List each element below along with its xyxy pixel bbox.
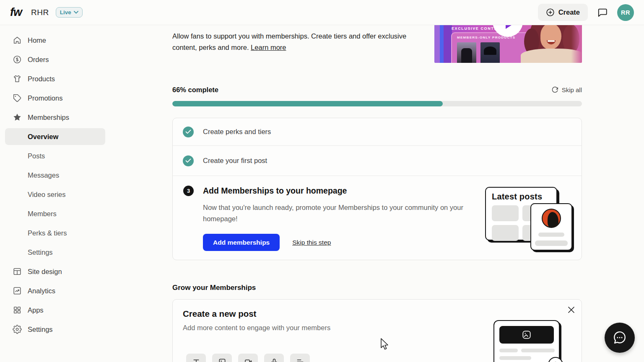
sidebar-item-settings[interactable]: Settings — [0, 320, 109, 339]
illustration-text-line — [521, 349, 555, 352]
sidebar-item-posts[interactable]: Posts — [0, 146, 109, 165]
sidebar-item-membership-settings[interactable]: Settings — [0, 243, 109, 262]
chat-bubble-icon — [612, 330, 627, 345]
poll-post-icon — [296, 358, 304, 362]
sidebar-label: Site design — [28, 268, 62, 276]
plus-circle-icon — [546, 8, 555, 17]
intro-text: Allow fans to support you with membershi… — [172, 32, 406, 51]
top-bar: fw RHR Live Create RR — [0, 0, 644, 25]
sidebar-item-messages[interactable]: Messages — [0, 165, 109, 185]
add-memberships-button[interactable]: Add memberships — [203, 234, 280, 251]
sidebar-label: Posts — [28, 152, 45, 160]
sidebar-item-promotions[interactable]: Promotions — [0, 88, 109, 108]
refresh-icon — [551, 86, 558, 93]
settings-gear-icon — [13, 325, 22, 334]
sidebar-item-analytics[interactable]: Analytics — [0, 281, 109, 300]
checklist-item-label: Create perks and tiers — [203, 128, 271, 136]
illustration-title: Latest posts — [492, 192, 551, 202]
sidebar-label: Settings — [28, 326, 53, 334]
illustration-media-block — [499, 326, 554, 344]
products-tshirt-icon — [13, 74, 22, 83]
post-type-text-button[interactable] — [186, 354, 206, 362]
learn-more-link[interactable]: Learn more — [251, 44, 286, 51]
fourthwall-logo[interactable]: fw — [10, 6, 22, 19]
image-placeholder-icon — [521, 329, 532, 340]
video-post-icon — [244, 358, 252, 362]
analytics-icon — [13, 286, 22, 295]
sidebar-item-site-design[interactable]: Site design — [0, 262, 109, 281]
store-name: RHR — [31, 8, 49, 17]
sidebar-item-memberships[interactable]: Memberships — [0, 108, 109, 127]
close-icon — [568, 306, 575, 313]
feedback-chat-icon[interactable] — [597, 7, 608, 18]
close-card-button[interactable] — [565, 304, 577, 315]
post-type-poll-button[interactable] — [290, 354, 310, 362]
sidebar-item-products[interactable]: Products — [0, 69, 109, 88]
audio-post-icon — [270, 358, 278, 362]
banner-product-thumb — [457, 42, 476, 63]
sidebar-label: Apps — [28, 306, 44, 314]
sidebar-label: Members — [28, 210, 57, 218]
sidebar-label: Promotions — [28, 94, 62, 102]
illustration-card: + — [493, 320, 560, 362]
create-button[interactable]: Create — [538, 4, 588, 21]
illustration-post-card — [530, 203, 572, 251]
sidebar-label: Video series — [28, 191, 66, 199]
live-label: Live — [60, 9, 71, 16]
sidebar-item-apps[interactable]: Apps — [0, 300, 109, 320]
sidebar-item-home[interactable]: Home — [0, 31, 109, 50]
memberships-promo-banner[interactable]: MEMBERS-ONLY PRODUCTS EXCLUSIVE CONTENT — [434, 25, 582, 63]
card-title: Create a new post — [183, 309, 256, 319]
sidebar-nav: Home Orders Products Promotions Membersh… — [0, 25, 109, 339]
sidebar-item-perks-tiers[interactable]: Perks & tiers — [0, 223, 109, 243]
step-number-badge: 3 — [183, 186, 194, 196]
post-type-video-button[interactable] — [238, 354, 258, 362]
illustration-avatar — [542, 209, 561, 228]
checklist-item-perks-tiers[interactable]: Create perks and tiers — [173, 118, 582, 146]
sidebar-label: Perks & tiers — [28, 229, 67, 237]
sidebar-item-orders[interactable]: Orders — [0, 50, 109, 69]
play-triangle-icon — [506, 25, 513, 29]
illustration-text-line — [538, 233, 564, 237]
progress-label: 66% complete — [172, 86, 218, 94]
user-avatar[interactable]: RR — [617, 4, 634, 21]
sidebar-item-video-series[interactable]: Video series — [0, 185, 109, 204]
sidebar-item-overview[interactable]: Overview — [5, 128, 105, 145]
post-type-image-button[interactable] — [212, 354, 232, 362]
illustration-text-line — [535, 240, 568, 246]
skip-this-step-link[interactable]: Skip this step — [292, 239, 331, 246]
apps-grid-icon — [13, 305, 22, 315]
sidebar-label: Orders — [28, 56, 49, 64]
grow-section-heading: Grow your Memberships — [172, 284, 256, 292]
orders-icon — [13, 55, 22, 64]
skip-all-button[interactable]: Skip all — [551, 86, 582, 93]
support-chat-button[interactable] — [605, 323, 635, 353]
checklist-item-first-post[interactable]: Create your first post — [173, 146, 582, 176]
illustration-text-line — [499, 356, 531, 360]
checklist-item-label: Create your first post — [203, 157, 267, 165]
live-status-dropdown[interactable]: Live — [56, 7, 83, 18]
onboarding-checklist-card: Create perks and tiers Create your first… — [172, 118, 582, 260]
card-subtitle: Add more content to engage with your mem… — [183, 324, 330, 332]
illustration-plus-badge: + — [548, 357, 563, 362]
banner-edge-glow — [571, 25, 582, 63]
sidebar-label: Memberships — [28, 114, 69, 122]
step-title: Add Memberships to your homepage — [203, 186, 347, 196]
sidebar-label: Home — [28, 36, 46, 44]
progress-bar — [172, 101, 582, 106]
banner-stripe — [444, 25, 452, 63]
banner-person-smile — [548, 40, 555, 42]
sidebar-label: Analytics — [28, 287, 55, 295]
sidebar-label: Overview — [28, 133, 58, 141]
banner-product-thumb — [480, 42, 500, 63]
latest-posts-illustration: Latest posts — [485, 186, 572, 251]
post-type-audio-button[interactable] — [264, 354, 284, 362]
sidebar-label: Messages — [28, 171, 59, 179]
create-new-post-card: Create a new post Add more content to en… — [172, 299, 582, 362]
new-post-illustration: + — [493, 320, 561, 362]
sidebar-item-members[interactable]: Members — [0, 204, 109, 223]
image-post-icon — [218, 358, 226, 362]
memberships-star-icon — [13, 113, 22, 122]
banner-panel: MEMBERS-ONLY PRODUCTS — [451, 32, 532, 63]
step-description: Now that you're launch ready, promote yo… — [203, 202, 480, 225]
